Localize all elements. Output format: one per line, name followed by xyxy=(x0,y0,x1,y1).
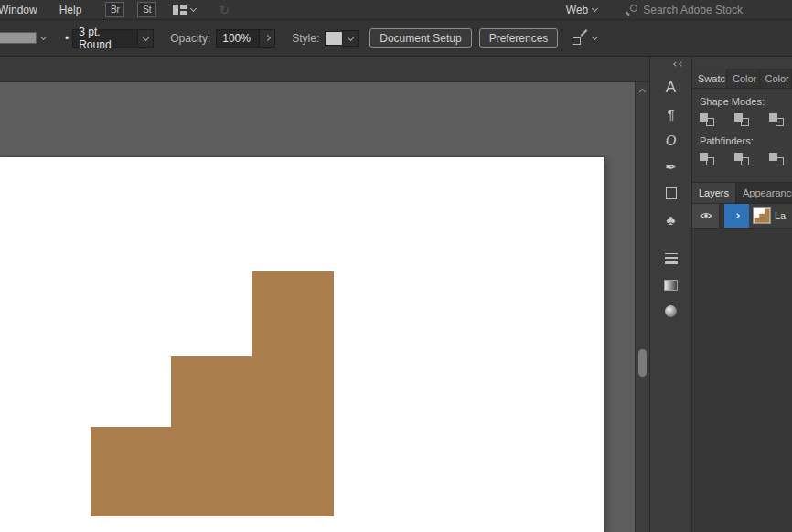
bridge-app-icon[interactable]: Br xyxy=(105,2,124,17)
opacity-dropdown-button[interactable] xyxy=(260,29,275,48)
workspace: A ¶ O ✒ ♣ Swatc Color Color Shape Modes: xyxy=(0,57,792,532)
layers-panel-empty-area xyxy=(692,229,792,532)
profile-select[interactable]: Web xyxy=(566,4,600,16)
opentype-panel-icon[interactable]: O xyxy=(650,127,691,154)
dock-top xyxy=(692,57,792,69)
chevron-left-icon xyxy=(679,61,684,67)
stroke-lines-icon xyxy=(665,253,678,264)
preferences-button[interactable]: Preferences xyxy=(479,28,559,48)
chevron-right-icon xyxy=(734,213,740,218)
unite-icon[interactable] xyxy=(700,113,714,126)
character-panel-icon[interactable]: A xyxy=(650,74,691,101)
tab-layers[interactable]: Layers xyxy=(692,183,736,203)
gradient-icon xyxy=(664,280,678,291)
gradient-panel-icon[interactable] xyxy=(650,271,691,298)
panel-dock: Swatc Color Color Shape Modes: Pathfinde… xyxy=(691,57,792,532)
align-pixel-grid-icon[interactable] xyxy=(573,31,588,45)
style-label: Style: xyxy=(292,32,319,45)
stroke-panel-icon[interactable] xyxy=(650,245,691,271)
stock-app-icon[interactable]: St xyxy=(137,2,156,17)
layers-tab-bar: Layers Appearance xyxy=(692,182,792,204)
document-top-strip xyxy=(0,57,649,82)
tab-color-guide[interactable]: Color xyxy=(760,69,792,88)
artboard xyxy=(0,157,604,532)
layer-thumbnail-art xyxy=(754,208,770,223)
canvas-area xyxy=(0,57,649,532)
merge-icon[interactable] xyxy=(769,153,784,165)
chevron-left-icon xyxy=(673,61,679,67)
opacity-field[interactable]: 100% xyxy=(216,29,260,48)
brush-definition-field[interactable]: 3 pt. Round xyxy=(72,29,138,48)
layer-row[interactable]: La xyxy=(692,204,792,229)
menu-help[interactable]: Help xyxy=(48,4,93,16)
intersect-icon[interactable] xyxy=(769,113,784,126)
chevron-down-icon xyxy=(348,35,354,41)
panel-tab-bar: Swatc Color Color xyxy=(692,69,792,89)
paragraph-panel-icon[interactable]: ¶ xyxy=(650,101,691,127)
layer-name[interactable]: La xyxy=(775,210,786,221)
sync-icon[interactable]: ↻ xyxy=(219,4,230,16)
eye-icon xyxy=(700,211,712,220)
pathfinder-panel: Shape Modes: Pathfinders: xyxy=(692,89,792,175)
pasteboard[interactable] xyxy=(0,82,635,532)
stairs-shape[interactable] xyxy=(91,271,334,516)
style-swatch[interactable] xyxy=(325,31,343,46)
brush-dropdown-button[interactable] xyxy=(138,29,154,48)
profile-label: Web xyxy=(566,4,588,16)
stock-search-input[interactable]: Search Adobe Stock xyxy=(626,4,743,16)
divide-icon[interactable] xyxy=(700,153,714,165)
chevron-down-icon[interactable] xyxy=(592,34,598,40)
opacity-label[interactable]: Opacity: xyxy=(170,32,210,45)
page-icon xyxy=(666,187,677,199)
layer-expand-button[interactable] xyxy=(724,204,749,228)
menu-bar: Window Help Br St ↻ Web Search Adobe Sto… xyxy=(0,0,792,20)
brush-bullet: • xyxy=(65,32,69,45)
vertical-scrollbar[interactable] xyxy=(635,82,649,532)
chevron-right-icon xyxy=(264,35,271,41)
transparency-panel-icon[interactable] xyxy=(650,298,691,325)
panel-icon-strip: A ¶ O ✒ ♣ xyxy=(649,57,691,532)
menu-window[interactable]: Window xyxy=(0,4,48,16)
chevron-down-icon[interactable] xyxy=(40,34,47,40)
artwork-layer xyxy=(0,157,604,532)
artboards-panel-icon[interactable] xyxy=(650,180,691,207)
scrollbar-thumb[interactable] xyxy=(638,349,647,377)
chevron-down-icon xyxy=(143,35,149,41)
layer-visibility-toggle[interactable] xyxy=(692,204,720,228)
control-bar: • 3 pt. Round Opacity: 100% Style: Docum… xyxy=(0,20,792,57)
search-placeholder: Search Adobe Stock xyxy=(643,4,743,16)
search-icon xyxy=(626,5,637,16)
pathfinders-row xyxy=(700,153,792,165)
style-dropdown-button[interactable] xyxy=(343,30,359,47)
tab-swatches[interactable]: Swatc xyxy=(692,69,727,88)
document-setup-button[interactable]: Document Setup xyxy=(369,28,471,48)
brushes-panel-icon[interactable]: ✒ xyxy=(650,154,691,180)
stroke-profile-swatch[interactable] xyxy=(0,32,37,44)
tab-appearance[interactable]: Appearance xyxy=(736,183,792,203)
collapse-panels-button[interactable] xyxy=(673,59,684,69)
tab-color[interactable]: Color xyxy=(727,69,760,88)
chevron-down-icon[interactable] xyxy=(190,5,197,12)
sphere-icon xyxy=(665,305,677,317)
trim-icon[interactable] xyxy=(734,153,749,165)
chevron-down-icon xyxy=(592,5,598,12)
workspace-switcher-icon[interactable] xyxy=(173,4,187,16)
shape-modes-row xyxy=(700,113,792,126)
symbols-panel-icon[interactable]: ♣ xyxy=(650,207,691,233)
minus-front-icon[interactable] xyxy=(734,113,749,126)
layer-thumbnail[interactable] xyxy=(753,207,771,224)
shape-modes-label: Shape Modes: xyxy=(700,96,792,107)
pathfinders-label: Pathfinders: xyxy=(700,135,792,146)
scroll-up-icon[interactable] xyxy=(639,89,646,95)
